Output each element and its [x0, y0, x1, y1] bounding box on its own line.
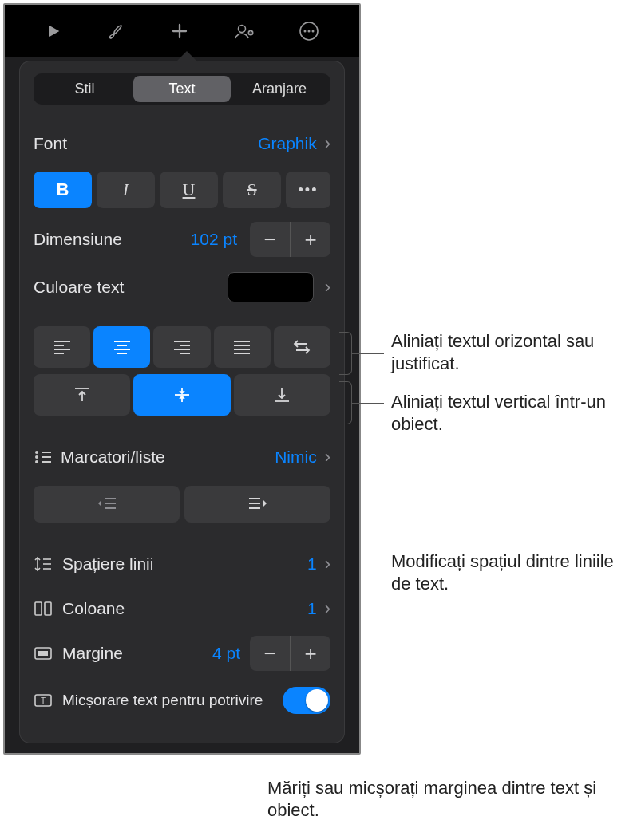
strike-button[interactable]: S: [223, 172, 281, 208]
svg-rect-43: [38, 651, 48, 656]
svg-rect-40: [35, 602, 42, 615]
margin-label: Margine: [62, 644, 212, 663]
inspector-panel: Stil Text Aranjare Font Graphik › B I U …: [3, 3, 361, 755]
indent-button[interactable]: [184, 486, 330, 523]
columns-label: Coloane: [62, 599, 307, 618]
chevron-right-icon: ›: [325, 277, 330, 298]
columns-value: 1: [307, 599, 317, 618]
margin-stepper: − +: [250, 636, 330, 671]
bullets-label: Marcatori/liste: [61, 448, 275, 467]
shrink-toggle[interactable]: [283, 687, 330, 714]
margin-row: Margine 4 pt − +: [34, 631, 330, 676]
brush-icon[interactable]: [106, 22, 125, 41]
tab-stil[interactable]: Stil: [36, 76, 133, 102]
shrink-text-row: T Micșorare text pentru potrivire: [34, 676, 330, 725]
font-row[interactable]: Font Graphik ›: [34, 124, 330, 164]
svg-point-3: [304, 30, 307, 32]
popover-arrow: [176, 51, 198, 62]
lead-lines: [338, 574, 384, 574]
paragraph-section: Spațiere linii 1 › Coloane 1 › Margine 4…: [34, 542, 330, 725]
underline-button[interactable]: U: [160, 172, 218, 208]
line-spacing-row[interactable]: Spațiere linii 1 ›: [34, 542, 330, 586]
indent-group: [34, 486, 330, 523]
tab-text[interactable]: Text: [133, 76, 231, 102]
vertical-align-group: [34, 374, 330, 416]
svg-point-0: [238, 25, 245, 32]
text-style-buttons: B I U S •••: [34, 172, 330, 208]
align-left-button[interactable]: [34, 326, 90, 368]
columns-icon: [34, 601, 62, 617]
more-icon[interactable]: [299, 21, 319, 41]
bullets-icon: [34, 449, 61, 465]
align-right-button[interactable]: [153, 326, 210, 368]
svg-point-26: [35, 455, 38, 459]
toggle-knob: [306, 689, 328, 712]
svg-rect-41: [45, 602, 51, 615]
callout-halign: Aliniați textul orizontal sau justificat…: [391, 330, 631, 375]
margin-decrease-button[interactable]: −: [250, 636, 290, 671]
chevron-right-icon: ›: [325, 133, 330, 154]
bracket-halign: [339, 332, 352, 375]
plus-icon[interactable]: [170, 22, 189, 41]
line-spacing-label: Spațiere linii: [62, 554, 307, 574]
valign-middle-button[interactable]: [133, 374, 230, 416]
chevron-right-icon: ›: [325, 598, 330, 619]
shrink-icon: T: [34, 692, 62, 708]
bullets-value: Nimic: [275, 448, 317, 467]
columns-row[interactable]: Coloane 1 ›: [34, 586, 330, 631]
lead-valign: [352, 403, 384, 404]
callout-lines: Modificați spațiul dintre liniile de tex…: [391, 550, 631, 595]
chevron-right-icon: ›: [325, 554, 330, 574]
margin-increase-button[interactable]: +: [291, 636, 330, 671]
app-toolbar: [5, 5, 359, 57]
italic-button[interactable]: I: [97, 172, 155, 208]
margin-value: 4 pt: [212, 644, 240, 663]
size-increase-button[interactable]: +: [291, 222, 330, 257]
svg-point-4: [308, 30, 311, 32]
text-inspector: Stil Text Aranjare Font Graphik › B I U …: [19, 61, 345, 743]
svg-text:T: T: [41, 696, 46, 705]
size-decrease-button[interactable]: −: [250, 222, 290, 257]
outdent-button[interactable]: [34, 486, 180, 523]
svg-point-5: [312, 30, 315, 32]
horizontal-align-group: [34, 326, 330, 368]
text-color-label: Culoare text: [34, 278, 228, 297]
bold-button[interactable]: B: [34, 172, 92, 208]
more-style-button[interactable]: •••: [286, 172, 330, 208]
bullets-row[interactable]: Marcatori/liste Nimic ›: [34, 436, 330, 478]
size-label: Dimensiune: [34, 230, 191, 249]
svg-point-27: [35, 460, 38, 463]
chevron-right-icon: ›: [325, 447, 330, 467]
align-justify-button[interactable]: [214, 326, 271, 368]
inspector-tabs: Stil Text Aranjare: [34, 73, 330, 105]
size-stepper: − +: [250, 222, 330, 257]
margin-icon: [34, 645, 62, 661]
line-spacing-icon: [34, 555, 62, 573]
font-value: Graphik: [258, 134, 317, 153]
align-center-button[interactable]: [93, 326, 150, 368]
lead-margin-v: [279, 684, 279, 771]
font-label: Font: [34, 134, 258, 153]
callout-valign: Aliniați textul vertical într-un obiect.: [391, 391, 631, 436]
size-value: 102 pt: [191, 230, 237, 249]
valign-top-button[interactable]: [34, 374, 130, 416]
collab-icon[interactable]: [234, 22, 255, 41]
text-color-well[interactable]: [228, 272, 314, 302]
bracket-valign: [339, 381, 352, 424]
shrink-label: Micșorare text pentru potrivire: [62, 692, 283, 709]
tab-aranjare[interactable]: Aranjare: [231, 76, 328, 102]
svg-point-25: [35, 451, 38, 454]
play-icon[interactable]: [45, 22, 62, 40]
size-row: Dimensiune 102 pt − +: [34, 219, 330, 259]
valign-bottom-button[interactable]: [234, 374, 330, 416]
line-spacing-value: 1: [307, 554, 317, 574]
align-direction-button[interactable]: [274, 326, 330, 368]
text-color-row[interactable]: Culoare text ›: [34, 267, 330, 307]
callout-margin: Măriți sau micșorați marginea dintre tex…: [267, 777, 619, 822]
lead-halign: [352, 353, 384, 354]
